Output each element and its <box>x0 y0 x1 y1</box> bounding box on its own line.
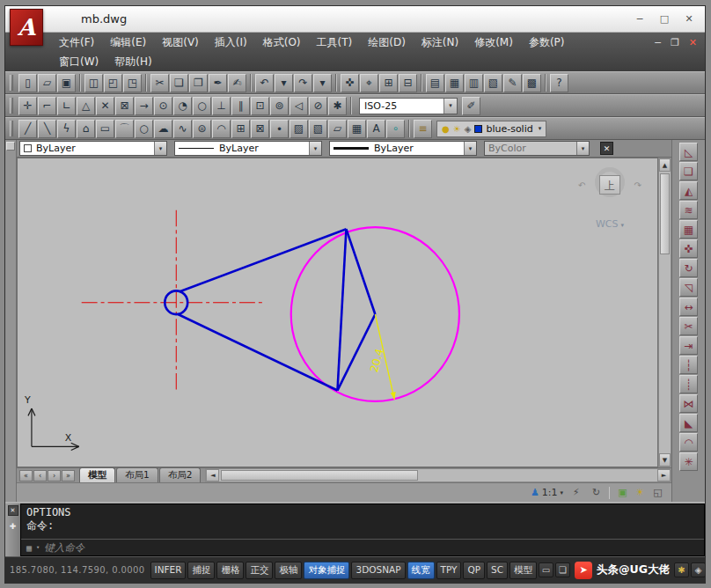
properties-palette-icon[interactable]: ▤ <box>426 74 444 92</box>
toggle-snap[interactable]: 捕捉 <box>187 562 215 579</box>
undo-icon[interactable]: ↶ <box>255 74 274 92</box>
scroll-down-icon[interactable]: ▼ <box>659 453 671 467</box>
snap-quadrant-icon[interactable]: ◔ <box>173 97 192 115</box>
scroll-right-icon[interactable]: ► <box>657 469 671 481</box>
layer-properties-manager-icon[interactable]: ≡ <box>414 120 432 138</box>
close-button[interactable]: ✕ <box>677 11 701 28</box>
hatch-icon[interactable]: ▨ <box>290 120 308 138</box>
snap-insertion-icon[interactable]: ⊡ <box>251 97 269 115</box>
command-input[interactable]: ▦ ▾ 键入命令 <box>21 539 704 555</box>
temporary-track-point-icon[interactable]: ✛ <box>18 97 37 115</box>
redo-icon[interactable]: ↷ <box>294 74 312 92</box>
copy-object-icon[interactable]: ❏ <box>679 162 698 180</box>
ellipse-arc-icon[interactable]: ◠ <box>212 120 231 138</box>
command-input-icon[interactable]: ▦ <box>26 543 32 553</box>
chevron-down-icon[interactable]: ▾ <box>443 99 457 114</box>
tab-last-button[interactable]: » <box>62 470 75 481</box>
trim-icon[interactable]: ✂ <box>679 317 698 335</box>
offset-icon[interactable]: ≋ <box>679 201 698 219</box>
undo-dropdown-icon[interactable]: ▾ <box>275 74 293 92</box>
toggle-3dosnap[interactable]: 3DOSNAP <box>351 562 405 579</box>
quick-view-drawings-icon[interactable]: ❏ <box>555 562 570 577</box>
vertical-scrollbar[interactable]: ▲ ▼ <box>658 158 671 467</box>
doc-minimize-button[interactable]: ─ <box>655 37 661 48</box>
explode-icon[interactable]: ✳ <box>679 452 698 471</box>
toolbar-lock-icon[interactable]: ◈ <box>691 562 705 577</box>
chevron-down-icon[interactable]: ▾ <box>36 544 40 551</box>
scroll-up-icon[interactable]: ▲ <box>659 158 671 172</box>
snap-node-icon[interactable]: ⊚ <box>270 97 289 115</box>
menu-view[interactable]: 视图(V) <box>154 33 207 52</box>
snap-nearest-icon[interactable]: ◁ <box>290 97 308 115</box>
horizontal-scrollbar[interactable]: ◄ ► <box>205 468 671 482</box>
command-close-button[interactable]: ✕ <box>8 505 18 516</box>
zoom-realtime-icon[interactable]: ⌖ <box>360 74 378 92</box>
viewcube-rotate-left-icon[interactable]: ↶ <box>578 180 585 190</box>
redo-dropdown-icon[interactable]: ▾ <box>313 74 332 92</box>
annotation-scale-control[interactable]: ♟ 1:1 ▾ <box>531 487 563 498</box>
snap-extension-icon[interactable]: → <box>135 97 153 115</box>
tab-layout2[interactable]: 布局2 <box>159 467 202 482</box>
snap-center-icon[interactable]: ⊙ <box>154 97 172 115</box>
cut-icon[interactable]: ✂ <box>150 74 169 92</box>
zoom-window-icon[interactable]: ⊞ <box>379 74 398 92</box>
command-history[interactable]: OPTIONS 命令: ▦ ▾ 键入命令 <box>20 503 705 556</box>
circle-icon[interactable]: ○ <box>135 120 153 138</box>
toggle-polar[interactable]: 极轴 <box>275 562 302 579</box>
designcenter-icon[interactable]: ▦ <box>445 74 464 92</box>
palette-grip-button[interactable] <box>6 142 15 151</box>
layer-thaw-icon[interactable]: ☀ <box>453 124 461 134</box>
snap-none-icon[interactable]: ⊘ <box>309 97 327 115</box>
tab-first-button[interactable]: « <box>19 470 33 481</box>
qnew-icon[interactable]: ▯ <box>18 74 37 92</box>
tab-layout1[interactable]: 布局1 <box>116 467 158 482</box>
annotation-autoscale-icon[interactable]: ↻ <box>589 487 604 498</box>
gradient-icon[interactable]: ▧ <box>309 120 327 138</box>
toolbar-grip[interactable] <box>10 75 13 91</box>
snap-perpendicular-icon[interactable]: ⊥ <box>212 97 231 115</box>
model-space-button[interactable]: 模型 <box>509 562 537 579</box>
scroll-left-icon[interactable]: ◄ <box>206 469 219 481</box>
construction-line-icon[interactable]: ╲ <box>38 120 56 138</box>
markup-set-manager-icon[interactable]: ✎ <box>503 74 522 92</box>
join-icon[interactable]: ⋈ <box>679 394 698 413</box>
chevron-down-icon[interactable]: ▾ <box>560 489 563 496</box>
toggle-qp[interactable]: QP <box>463 562 485 579</box>
clean-screen-icon[interactable]: ◱ <box>650 487 665 498</box>
layer-on-icon[interactable]: ● <box>442 124 450 134</box>
maximize-button[interactable]: □ <box>652 11 677 28</box>
osnap-settings-icon[interactable]: ✱ <box>328 97 347 115</box>
lineweight-combo[interactable]: ByLayer ▾ <box>329 141 477 156</box>
snap-intersection-icon[interactable]: ✕ <box>96 97 114 115</box>
menu-tools[interactable]: 工具(T) <box>309 33 361 52</box>
polyline-icon[interactable]: ϟ <box>57 120 76 138</box>
open-icon[interactable]: ▱ <box>38 74 56 92</box>
annotation-visibility-icon[interactable]: ⚡ <box>568 487 583 498</box>
tab-next-button[interactable]: › <box>48 470 61 481</box>
snap-midpoint-icon[interactable]: △ <box>77 97 95 115</box>
plot-icon[interactable]: ◫ <box>84 74 103 92</box>
chevron-down-icon[interactable]: ▾ <box>154 142 166 155</box>
object-color-combo[interactable]: ByLayer ▾ <box>19 141 167 156</box>
multiline-text-icon[interactable]: A <box>367 120 385 138</box>
ellipse-icon[interactable]: ⊜ <box>193 120 211 138</box>
insert-block-icon[interactable]: ⊞ <box>231 120 250 138</box>
menu-help[interactable]: 帮助(H) <box>106 52 159 71</box>
spline-icon[interactable]: ∿ <box>173 120 192 138</box>
break-icon[interactable]: ┊ <box>679 375 698 393</box>
publish-icon[interactable]: ◳ <box>123 74 142 92</box>
snap-apparent-intersection-icon[interactable]: ⊠ <box>115 97 134 115</box>
drawing-canvas[interactable]: 20.4 Y X <box>17 158 658 467</box>
zoom-previous-icon[interactable]: ⊟ <box>399 74 417 92</box>
toolbar-grip[interactable] <box>10 98 13 114</box>
make-block-icon[interactable]: ⊠ <box>251 120 269 138</box>
snap-parallel-icon[interactable]: ∥ <box>231 97 250 115</box>
break-at-point-icon[interactable]: ┆ <box>679 356 698 374</box>
arc-icon[interactable]: ⌒ <box>115 120 134 138</box>
toolbar-close-button[interactable]: ✕ <box>600 142 613 155</box>
sheet-set-manager-icon[interactable]: ▧ <box>484 74 502 92</box>
tool-palettes-icon[interactable]: ▥ <box>465 74 483 92</box>
point-icon[interactable]: ∙ <box>270 120 289 138</box>
toggle-ortho[interactable]: 正交 <box>246 562 273 579</box>
extend-icon[interactable]: ⇥ <box>679 336 698 355</box>
